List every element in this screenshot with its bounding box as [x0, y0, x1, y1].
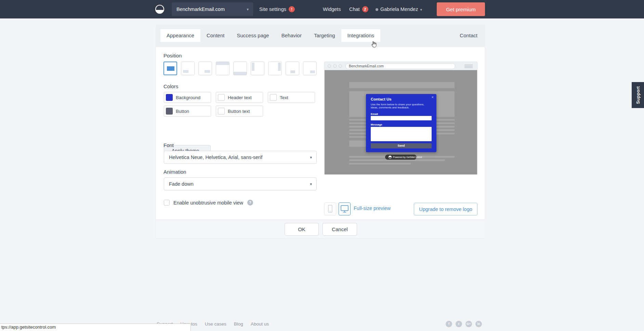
tab-targeting[interactable]: Targeting: [308, 29, 341, 42]
tab-bar: AppearanceContentSuccess pageBehaviorTar…: [160, 29, 380, 42]
chevron-down-icon: ▾: [310, 178, 312, 190]
position-option-left-panel[interactable]: [251, 62, 264, 75]
swatch-label: Background: [176, 95, 200, 100]
mobile-view-label[interactable]: Enable unobtrusive mobile view: [173, 200, 243, 206]
user-status-dot: [376, 8, 378, 11]
nav-chat[interactable]: Chat2: [349, 0, 368, 18]
mobile-view-checkbox[interactable]: [164, 200, 170, 206]
contact-link[interactable]: Contact: [460, 29, 477, 42]
browser-chrome: BenchmarkEmail.com: [325, 62, 477, 70]
menu-icon: [464, 65, 473, 69]
nav-site-settings[interactable]: Site settings!: [259, 0, 295, 18]
preview-controls: Full-size preview Upgrade to remove logo: [324, 202, 477, 215]
user-menu[interactable]: Gabriela Mendez▾: [380, 0, 422, 18]
bottom-center-small-icon: [290, 70, 295, 73]
upgrade-button[interactable]: Upgrade to remove logo: [414, 203, 477, 215]
tab-content[interactable]: Content: [200, 29, 231, 42]
monitor-icon: [339, 203, 350, 215]
footer-link-blog[interactable]: Blog: [234, 321, 243, 327]
twitter-icon[interactable]: t: [456, 321, 462, 327]
swatch-color: [166, 108, 173, 115]
animation-select[interactable]: Fade down ▾: [164, 177, 317, 190]
panel-footer: OK Cancel: [156, 220, 485, 238]
color-row-2: ButtonButton text: [164, 106, 263, 117]
contact-widget-preview: Contact Us × Use the form below to share…: [366, 94, 436, 152]
facebook-icon[interactable]: f: [446, 321, 452, 327]
chat-badge: 2: [362, 6, 368, 12]
color-swatch-header-text[interactable]: Header text: [216, 92, 263, 103]
position-options: [163, 62, 317, 75]
ok-button[interactable]: OK: [285, 223, 319, 236]
swatch-label: Button: [176, 109, 189, 114]
chevron-down-icon: ▾: [247, 2, 249, 16]
widget-description: Use the form below to share your questio…: [371, 103, 432, 109]
chevron-down-icon: ▾: [310, 151, 312, 163]
cancel-button[interactable]: Cancel: [323, 223, 357, 236]
preview-panel: BenchmarkEmail.com Contact Us × Use the …: [324, 62, 477, 175]
position-option-bottom-center-small[interactable]: [286, 62, 299, 75]
color-swatch-button-text[interactable]: Button text: [216, 106, 263, 117]
tab-integrations[interactable]: Integrations: [341, 29, 380, 42]
swatch-color: [218, 108, 225, 115]
animation-select-value: Fade down: [169, 181, 194, 187]
getsitecontrol-logo-icon[interactable]: [155, 4, 165, 14]
get-premium-button[interactable]: Get premium: [437, 2, 485, 16]
top-navbar: BenchmarkEmail.com ▾ Site settings! Widg…: [0, 0, 644, 18]
site-selector-value: BenchmarkEmail.com: [176, 6, 225, 12]
position-option-bottom-bar[interactable]: [233, 62, 247, 75]
position-option-right-panel[interactable]: [268, 62, 282, 75]
color-swatch-text[interactable]: Text: [268, 92, 315, 103]
full-size-preview-link[interactable]: Full-size preview: [354, 206, 391, 211]
skeleton-bar: [349, 163, 411, 164]
support-tab-label: Support: [635, 86, 641, 104]
widget-title: Contact Us: [371, 97, 392, 101]
site-settings-label: Site settings: [259, 6, 286, 12]
preview-page: Contact Us × Use the form below to share…: [325, 70, 477, 175]
mobile-view-row: Enable unobtrusive mobile view ?: [164, 200, 253, 206]
appearance-tab-content: Position Colors BackgroundHeader textTex…: [156, 47, 485, 220]
alert-badge: !: [289, 6, 295, 12]
close-icon: ×: [432, 95, 434, 99]
swatch-label: Text: [280, 95, 288, 100]
swatch-color: [166, 94, 173, 101]
nav-widgets[interactable]: Widgets: [323, 0, 341, 18]
powered-label: Powered by GetSiteControl: [393, 156, 422, 158]
widget-settings-panel: AppearanceContentSuccess pageBehaviorTar…: [156, 25, 485, 238]
linkedin-icon[interactable]: in: [475, 321, 482, 327]
help-icon[interactable]: ?: [247, 200, 253, 206]
position-option-bottom-left[interactable]: [181, 62, 195, 75]
panel-header: AppearanceContentSuccess pageBehaviorTar…: [156, 25, 485, 47]
position-option-bottom-right-small[interactable]: [303, 62, 317, 75]
color-swatch-background[interactable]: Background: [164, 92, 211, 103]
site-selector-dropdown[interactable]: BenchmarkEmail.com ▾: [172, 2, 253, 16]
mobile-preview-button[interactable]: [324, 202, 336, 215]
position-option-top-bar[interactable]: [216, 62, 229, 75]
colors-label: Colors: [163, 83, 178, 89]
font-select-value: Helvetica Neue, Helvetica, Arial, sans-s…: [169, 155, 262, 160]
top-bar-icon: [216, 62, 229, 65]
tab-appearance[interactable]: Appearance: [160, 29, 200, 42]
right-panel-icon: [278, 63, 281, 71]
powered-badge: Powered by GetSiteControl: [385, 155, 417, 160]
color-row-1: BackgroundHeader textText: [164, 92, 315, 103]
send-button: Send: [371, 143, 432, 148]
url-bar: BenchmarkEmail.com: [345, 63, 455, 69]
phone-icon: [325, 203, 336, 215]
footer-link-use-cases[interactable]: Use cases: [205, 321, 226, 327]
left-panel-icon: [252, 63, 254, 71]
font-select[interactable]: Helvetica Neue, Helvetica, Arial, sans-s…: [164, 151, 317, 164]
color-swatch-button[interactable]: Button: [164, 106, 211, 117]
desktop-preview-button[interactable]: [339, 202, 351, 215]
googleplus-icon[interactable]: G+: [465, 321, 472, 327]
bottom-right-icon: [205, 70, 210, 73]
position-option-bottom-right[interactable]: [198, 62, 212, 75]
skeleton-bar: [349, 82, 455, 88]
tab-success-page[interactable]: Success page: [231, 29, 275, 42]
position-option-modal-center[interactable]: [163, 62, 177, 75]
modal-center-icon: [167, 66, 174, 71]
swatch-label: Header text: [228, 95, 252, 100]
message-textarea: [371, 127, 432, 141]
footer-link-about-us[interactable]: About us: [251, 321, 269, 327]
tab-behavior[interactable]: Behavior: [275, 29, 308, 42]
support-tab[interactable]: Support: [632, 82, 644, 108]
